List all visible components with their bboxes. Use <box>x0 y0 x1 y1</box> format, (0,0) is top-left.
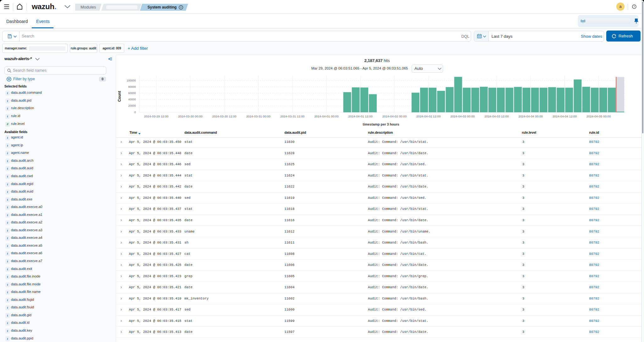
svg-text:?: ? <box>634 5 635 8</box>
